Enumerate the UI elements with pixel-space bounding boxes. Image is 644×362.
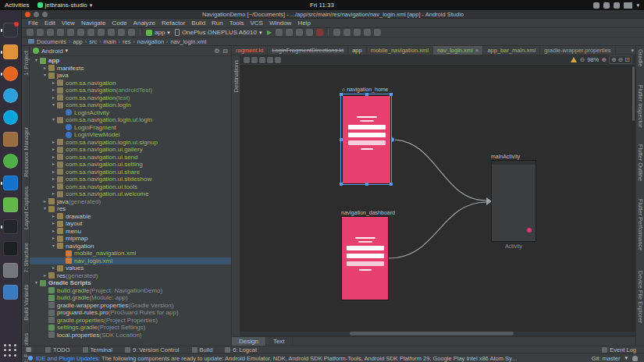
redo-icon[interactable] <box>67 29 74 36</box>
collapse-icon[interactable]: ▾ <box>33 57 40 65</box>
event-log-button[interactable]: Event Log <box>602 346 636 353</box>
collapse-icon[interactable]: ▾ <box>41 205 48 213</box>
menu-tools[interactable]: Tools <box>226 20 247 27</box>
tree-item-loginactivity[interactable]: LoginActivity <box>30 109 231 117</box>
tree-item-com-sa-navigation-ui-gallery[interactable]: ▸com.sa.navigation.ui.gallery <box>30 146 231 154</box>
expand-icon[interactable]: ▸ <box>50 264 57 272</box>
expand-icon[interactable]: ▸ <box>50 80 57 87</box>
tree-item-com-sa-navigation-login-ui-signup[interactable]: ▸com.sa.navigation.login.ui.signup <box>30 139 231 147</box>
menu-analyze[interactable]: Analyze <box>130 20 158 27</box>
tree-item-com-sa-navigation-login-ui-login[interactable]: ▾com.sa.navigation.login.ui.login <box>30 116 231 124</box>
media-player-icon[interactable] <box>3 154 18 169</box>
android-studio-icon[interactable] <box>3 23 18 37</box>
copy-icon[interactable] <box>87 29 94 36</box>
expand-icon[interactable]: ▸ <box>50 220 57 228</box>
tree-item-gradle-wrapper-properties-gradle-version[interactable]: gradle-wrapper.properties (Gradle Versio… <box>30 302 231 310</box>
editor-tab-nav-login-xml[interactable]: nav_login.xml× <box>433 46 484 55</box>
breadcrumb-item-res[interactable]: res <box>123 38 130 45</box>
zoom-out-button[interactable]: ⊖ <box>579 56 585 63</box>
warning-icon[interactable] <box>571 57 577 62</box>
open-icon[interactable] <box>27 29 34 36</box>
window-title-bar[interactable]: NavigationDemo [~/Documents] - .../app/s… <box>22 10 644 19</box>
tree-item-mobile-navigation-xml[interactable]: mobile_navigation.xml <box>30 250 231 257</box>
fragment-label-home[interactable]: ⌂ navigation_home <box>342 87 389 92</box>
menu-help[interactable]: Help <box>294 20 313 27</box>
tool-window-switcher-icon[interactable]: ▦ <box>26 346 32 353</box>
menu-code[interactable]: Code <box>109 20 130 27</box>
undo-icon[interactable] <box>57 29 64 36</box>
collapse-all-icon[interactable]: ⊟ <box>222 48 228 55</box>
expand-icon[interactable]: ▸ <box>50 190 57 198</box>
volume-icon[interactable] <box>614 2 620 9</box>
menu-edit[interactable]: Edit <box>41 20 59 27</box>
paste-icon[interactable] <box>98 29 105 36</box>
terminal-icon[interactable] <box>3 219 18 234</box>
tool-button-layout-captures[interactable]: Layout Captures <box>23 186 30 229</box>
attach-debugger-icon[interactable] <box>306 29 313 36</box>
app-menu[interactable]: jetbrains-studio ▾ <box>34 2 96 9</box>
tree-item-local-properties-sdk-location[interactable]: local.properties (SDK Location) <box>30 332 231 339</box>
back-icon[interactable] <box>118 29 125 36</box>
expand-icon[interactable]: ▸ <box>50 139 57 147</box>
tool-button-build[interactable]: Build <box>192 346 213 353</box>
sdk-manager-icon[interactable] <box>343 29 350 36</box>
editor-tab-ragment-kt[interactable]: ragment.kt <box>232 46 268 55</box>
save-icon[interactable] <box>37 29 44 36</box>
run-configuration-selector[interactable]: app ▾ <box>144 29 173 36</box>
tree-item-manifests[interactable]: ▸manifests <box>30 65 231 73</box>
text-editor-icon[interactable] <box>3 285 18 300</box>
network-icon[interactable] <box>603 2 610 9</box>
breadcrumb-item-src[interactable]: src <box>89 38 97 45</box>
tab-design[interactable]: Design <box>232 337 266 346</box>
tree-item-loginviewmodel[interactable]: LoginViewModel <box>30 131 231 139</box>
tree-item-java[interactable]: ▾java <box>30 72 231 80</box>
tree-item-com-sa-navigation-ui-setting[interactable]: ▸com.sa.navigation.ui.setting <box>30 161 231 169</box>
tree-item-gradle-properties-project-properties[interactable]: gradle.properties (Project Properties) <box>30 317 231 325</box>
screen-share-icon[interactable] <box>593 2 600 9</box>
profile-icon[interactable] <box>296 29 303 36</box>
tree-item-proguard-rules-pro-proguard-rules-for-app[interactable]: proguard-rules.pro (ProGuard Rules for a… <box>30 309 231 317</box>
fragment-label-main[interactable]: mainActivity <box>491 154 520 159</box>
editor-tab-app[interactable]: app <box>348 46 367 55</box>
tree-item-build-gradle-project-navigationdemo[interactable]: build.gradle (Project: NavigationDemo) <box>30 287 231 295</box>
menu-run[interactable]: Run <box>208 20 226 27</box>
skype-icon[interactable] <box>3 110 18 125</box>
debug-icon[interactable] <box>286 29 293 36</box>
zoom-out-icon[interactable]: ⊖ <box>618 56 624 63</box>
tree-item-drawable[interactable]: ▸drawable <box>30 213 231 221</box>
tree-item-mipmap[interactable]: ▸mipmap <box>30 235 231 243</box>
tool-button-flutter-outline[interactable]: Flutter Outline <box>637 144 644 181</box>
tree-item-java-generated[interactable]: ▸java (generated) <box>30 198 231 206</box>
selection-outline[interactable] <box>340 94 392 185</box>
tree-item-com-sa-navigation-login[interactable]: ▾com.sa.navigation.login <box>30 101 231 109</box>
tree-item-com-sa-navigation-ui-share[interactable]: ▸com.sa.navigation.ui.share <box>30 169 231 176</box>
tree-item-com-sa-navigation-ui-send[interactable]: ▸com.sa.navigation.ui.send <box>30 154 231 161</box>
expand-icon[interactable]: ▸ <box>41 198 48 206</box>
tree-item-navigation[interactable]: ▾navigation <box>30 243 231 250</box>
expand-icon[interactable]: ▸ <box>50 183 57 191</box>
tree-item-values[interactable]: ▸values <box>30 264 231 272</box>
tool-button-flutter-inspector[interactable]: Flutter Inspector <box>637 85 644 127</box>
zoom-in-button[interactable]: ⊕ <box>601 56 607 63</box>
pan-mode-icon[interactable] <box>251 57 258 63</box>
tool-button-6-logcat[interactable]: 6: Logcat <box>225 346 257 353</box>
menu-view[interactable]: View <box>59 20 78 27</box>
tree-item-app[interactable]: ▾app <box>30 57 231 65</box>
git-branch-widget[interactable]: Git: master <box>592 355 621 362</box>
navigation-editor-canvas[interactable]: ⊖ 98% ⊕ ⊕ ⊖ ⊡ <box>240 55 635 336</box>
tool-button-flutter-performance[interactable]: Flutter Performance <box>637 199 644 250</box>
device-selector[interactable]: OnePlus ONEPLUS A6010 ▾ <box>173 29 265 36</box>
tool-button-resource-manager[interactable]: Resource Manager <box>23 127 30 177</box>
chevron-down-icon[interactable]: ▾ <box>624 355 628 361</box>
collapse-icon[interactable]: ▾ <box>50 243 57 250</box>
tree-item-settings-gradle-project-settings[interactable]: settings.gradle (Project Settings) <box>30 324 231 332</box>
menu-vcs[interactable]: VCS <box>247 20 265 27</box>
tool-button-terminal[interactable]: Terminal <box>83 346 112 353</box>
expand-icon[interactable]: ▸ <box>41 272 48 280</box>
menu-file[interactable]: File <box>25 20 41 27</box>
tool-button-device-file-explorer[interactable]: Device File Explorer <box>637 271 644 323</box>
files-icon[interactable] <box>3 44 18 59</box>
tool-button-9-version-control[interactable]: 9: Version Control <box>125 346 180 353</box>
project-structure-icon[interactable] <box>354 29 361 36</box>
telegram-icon[interactable] <box>3 88 18 103</box>
